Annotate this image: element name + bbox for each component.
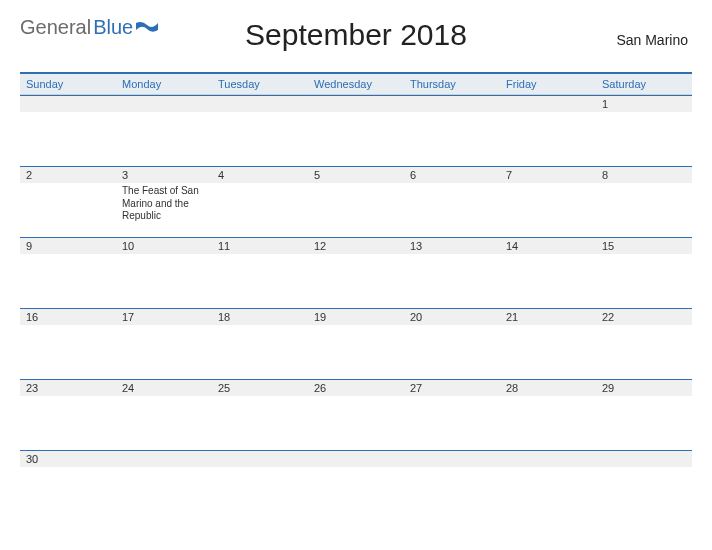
day-number: 18 [212, 309, 308, 325]
day-number: 9 [20, 238, 116, 254]
day-number: 5 [308, 167, 404, 183]
day-number: 11 [212, 238, 308, 254]
day-number: 27 [404, 380, 500, 396]
weekday-tuesday: Tuesday [212, 74, 308, 94]
logo: General Blue [20, 16, 158, 39]
day-number: 17 [116, 309, 212, 325]
day-cell: 6 [404, 167, 500, 237]
day-number: 1 [596, 96, 692, 112]
day-number: 22 [596, 309, 692, 325]
day-number: 19 [308, 309, 404, 325]
day-number: 24 [116, 380, 212, 396]
region-label: San Marino [616, 32, 688, 48]
day-number [500, 96, 596, 112]
day-cell: 13 [404, 238, 500, 308]
day-cell: 26 [308, 380, 404, 450]
day-cell: 22 [596, 309, 692, 379]
day-cell: 30 [20, 451, 116, 521]
day-number: 28 [500, 380, 596, 396]
day-number [308, 451, 404, 467]
day-number: 15 [596, 238, 692, 254]
day-cell [308, 451, 404, 521]
day-number: 3 [116, 167, 212, 183]
day-cell [116, 451, 212, 521]
day-number [20, 96, 116, 112]
logo-wave-icon [136, 16, 158, 39]
day-number: 6 [404, 167, 500, 183]
day-cell: 8 [596, 167, 692, 237]
day-number [116, 96, 212, 112]
day-cell [500, 451, 596, 521]
day-number: 25 [212, 380, 308, 396]
week-row: 1 [20, 95, 692, 166]
day-cell: 18 [212, 309, 308, 379]
day-cell: 24 [116, 380, 212, 450]
day-cell: 25 [212, 380, 308, 450]
day-number: 14 [500, 238, 596, 254]
day-number: 4 [212, 167, 308, 183]
day-cell [116, 96, 212, 166]
weekday-header-row: Sunday Monday Tuesday Wednesday Thursday… [20, 72, 692, 95]
day-cell [308, 96, 404, 166]
day-cell [596, 451, 692, 521]
day-cell: 17 [116, 309, 212, 379]
logo-text-blue: Blue [93, 16, 133, 39]
day-cell: 1 [596, 96, 692, 166]
day-cell: 15 [596, 238, 692, 308]
day-number: 23 [20, 380, 116, 396]
day-number [404, 451, 500, 467]
day-cell: 19 [308, 309, 404, 379]
weekday-wednesday: Wednesday [308, 74, 404, 94]
day-number: 20 [404, 309, 500, 325]
day-number: 21 [500, 309, 596, 325]
day-cell: 9 [20, 238, 116, 308]
day-cell: 2 [20, 167, 116, 237]
day-number: 7 [500, 167, 596, 183]
day-cell [20, 96, 116, 166]
header: General Blue September 2018 San Marino [20, 12, 692, 66]
day-number [212, 96, 308, 112]
day-number: 13 [404, 238, 500, 254]
day-cell: 5 [308, 167, 404, 237]
day-cell: 29 [596, 380, 692, 450]
day-number [596, 451, 692, 467]
weekday-monday: Monday [116, 74, 212, 94]
day-cell: 23 [20, 380, 116, 450]
day-cell: 12 [308, 238, 404, 308]
day-cell [212, 451, 308, 521]
weekday-saturday: Saturday [596, 74, 692, 94]
day-number: 16 [20, 309, 116, 325]
week-row: 23The Feast of San Marino and the Republ… [20, 166, 692, 237]
day-number [212, 451, 308, 467]
day-cell [404, 451, 500, 521]
day-event: The Feast of San Marino and the Republic [116, 183, 212, 225]
day-cell: 7 [500, 167, 596, 237]
calendar-body: 123The Feast of San Marino and the Repub… [20, 95, 692, 521]
day-number [500, 451, 596, 467]
day-cell: 21 [500, 309, 596, 379]
day-cell [500, 96, 596, 166]
logo-text-general: General [20, 16, 91, 39]
day-number: 30 [20, 451, 116, 467]
day-number: 12 [308, 238, 404, 254]
day-cell [212, 96, 308, 166]
day-cell: 4 [212, 167, 308, 237]
weekday-sunday: Sunday [20, 74, 116, 94]
week-row: 23242526272829 [20, 379, 692, 450]
day-number: 29 [596, 380, 692, 396]
day-cell: 3The Feast of San Marino and the Republi… [116, 167, 212, 237]
day-number: 10 [116, 238, 212, 254]
day-number [116, 451, 212, 467]
day-number: 8 [596, 167, 692, 183]
day-number [404, 96, 500, 112]
week-row: 16171819202122 [20, 308, 692, 379]
week-row: 9101112131415 [20, 237, 692, 308]
day-cell: 20 [404, 309, 500, 379]
day-cell: 10 [116, 238, 212, 308]
day-number [308, 96, 404, 112]
day-cell: 16 [20, 309, 116, 379]
day-cell: 11 [212, 238, 308, 308]
day-number: 26 [308, 380, 404, 396]
weekday-friday: Friday [500, 74, 596, 94]
day-cell: 27 [404, 380, 500, 450]
